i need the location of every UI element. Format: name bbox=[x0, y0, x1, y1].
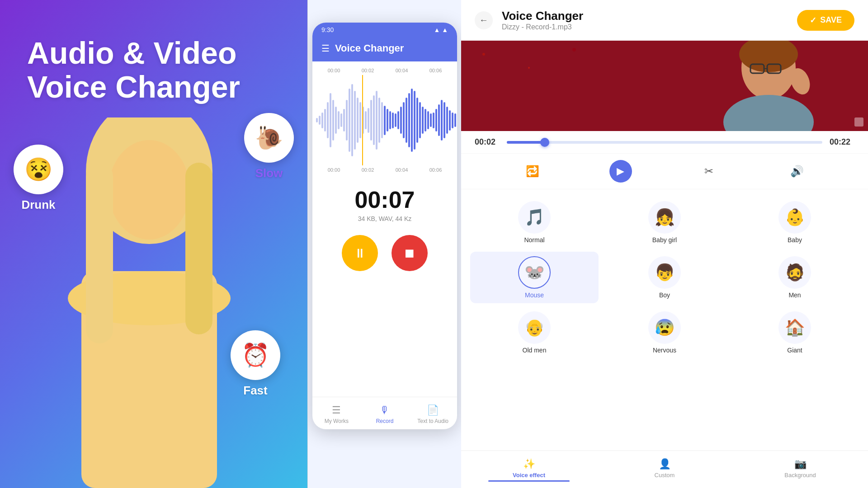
wave-bar bbox=[368, 108, 369, 133]
cut-button[interactable]: ✂ bbox=[698, 160, 720, 183]
wave-bar bbox=[384, 106, 386, 135]
drunk-label: Drunk bbox=[21, 198, 55, 212]
custom-icon: 👤 bbox=[659, 458, 671, 470]
custom-label: Custom bbox=[655, 472, 675, 479]
panel-title-group: Voice Changer Dizzy - Record-1.mp3 bbox=[502, 9, 788, 31]
boy-label: Boy bbox=[659, 291, 670, 299]
nav-my-works[interactable]: ☰ My Works bbox=[312, 402, 361, 427]
wave-bar bbox=[433, 113, 434, 128]
play-button[interactable]: ▶ bbox=[609, 160, 632, 183]
fast-icon: ⏰ bbox=[231, 330, 280, 380]
wave-bar bbox=[370, 100, 372, 141]
pause-button[interactable]: ⏸ bbox=[342, 235, 378, 271]
phone-container: 9:30 ▲ ▲ ☰ Voice Changer 00:00 00:02 00:… bbox=[307, 0, 461, 488]
baby-girl-label: Baby girl bbox=[652, 236, 677, 244]
progress-thumb[interactable] bbox=[540, 138, 549, 147]
loop-button[interactable]: 🔁 bbox=[521, 160, 544, 183]
effect-item-old-men[interactable]: 👴Old men bbox=[470, 307, 599, 358]
wave-bar bbox=[324, 109, 326, 131]
tab-underline-voice bbox=[488, 480, 570, 482]
status-time: 9:30 bbox=[321, 26, 334, 33]
giant-icon: 🏠 bbox=[778, 311, 811, 344]
progress-row: 00:02 00:22 bbox=[461, 131, 868, 154]
voice-effect-icon: ✨ bbox=[523, 458, 535, 470]
back-button[interactable]: ← bbox=[475, 11, 493, 29]
tab-voice-effect[interactable]: ✨ Voice effect bbox=[461, 455, 597, 484]
wave-bar bbox=[349, 89, 350, 152]
text-to-audio-icon: 📄 bbox=[427, 404, 439, 416]
phone-header-title: Voice Changer bbox=[335, 42, 404, 54]
effect-item-baby[interactable]: 👶Baby bbox=[731, 197, 859, 248]
waveform-canvas[interactable] bbox=[312, 75, 457, 165]
wave-bar bbox=[406, 98, 407, 143]
wave-bar bbox=[332, 100, 334, 141]
wave-bar bbox=[340, 113, 342, 127]
nervous-icon: 😰 bbox=[648, 311, 681, 344]
left-section: Audio & Video Voice Changer 😵 Drunk 🐌 Sl… bbox=[0, 0, 307, 488]
wave-bar bbox=[430, 113, 432, 127]
app-headline: Audio & Video Voice Changer bbox=[27, 36, 240, 104]
effect-item-mouse[interactable]: 🐭Mouse bbox=[470, 252, 599, 303]
wave-bar bbox=[316, 118, 318, 122]
background-icon: 📷 bbox=[794, 458, 807, 470]
time-ruler-bottom: 00:00 00:02 00:04 00:06 bbox=[312, 165, 457, 174]
save-button[interactable]: ✓ SAVE bbox=[797, 10, 854, 31]
effect-item-normal[interactable]: 🎵Normal bbox=[470, 197, 599, 248]
wave-bar bbox=[392, 113, 394, 128]
effect-item-baby-girl[interactable]: 👧Baby girl bbox=[600, 197, 729, 248]
playback-controls: ⏸ ⏹ bbox=[312, 228, 457, 278]
progress-track[interactable] bbox=[507, 141, 822, 144]
wave-bar bbox=[373, 95, 375, 145]
wave-bar bbox=[346, 100, 348, 141]
effect-item-men[interactable]: 🧔Men bbox=[731, 252, 859, 303]
slow-label: Slow bbox=[255, 166, 283, 180]
wave-bar bbox=[365, 111, 367, 129]
wave-bar bbox=[454, 113, 456, 127]
wave-bar bbox=[438, 104, 440, 136]
wave-bar bbox=[395, 113, 396, 127]
file-info: 34 KB, WAV, 44 Kz bbox=[312, 215, 457, 228]
tab-background[interactable]: 📷 Background bbox=[732, 455, 868, 484]
effect-badge-slow[interactable]: 🐌 Slow bbox=[244, 113, 294, 180]
person-image bbox=[45, 117, 253, 488]
tab-custom[interactable]: 👤 Custom bbox=[597, 455, 732, 484]
wave-bar bbox=[397, 111, 399, 129]
wave-bar bbox=[427, 111, 429, 129]
wave-bar bbox=[359, 102, 361, 138]
wave-bar bbox=[378, 98, 380, 143]
volume-button[interactable]: 🔊 bbox=[786, 160, 808, 183]
wave-bar bbox=[452, 113, 453, 128]
voice-effect-label: Voice effect bbox=[513, 472, 545, 479]
status-bar: 9:30 ▲ ▲ bbox=[312, 23, 457, 37]
svg-rect-5 bbox=[185, 163, 212, 334]
effect-item-boy[interactable]: 👦Boy bbox=[600, 252, 729, 303]
svg-point-1 bbox=[108, 140, 190, 239]
right-panel: ← Voice Changer Dizzy - Record-1.mp3 ✓ S… bbox=[461, 0, 868, 488]
bottom-nav: ☰ My Works 🎙 Record 📄 Text to Audio bbox=[312, 397, 457, 429]
my-works-label: My Works bbox=[325, 418, 349, 424]
nav-text-to-audio[interactable]: 📄 Text to Audio bbox=[409, 402, 457, 427]
wave-bar bbox=[435, 109, 437, 131]
menu-icon[interactable]: ☰ bbox=[321, 43, 330, 54]
signal-icon: ▲ ▲ bbox=[434, 26, 448, 33]
svg-point-9 bbox=[572, 48, 576, 52]
recording-time: 00:07 bbox=[312, 179, 457, 215]
record-label: Record bbox=[376, 418, 394, 424]
stop-button[interactable]: ⏹ bbox=[392, 235, 428, 271]
old-men-icon: 👴 bbox=[518, 311, 551, 344]
wave-bar bbox=[327, 102, 329, 138]
normal-icon: 🎵 bbox=[518, 201, 551, 234]
panel-header: ← Voice Changer Dizzy - Record-1.mp3 ✓ S… bbox=[461, 0, 868, 41]
my-works-icon: ☰ bbox=[332, 404, 341, 416]
waveform-bars-top bbox=[312, 75, 457, 165]
wave-bar bbox=[351, 84, 353, 156]
effect-badge-drunk[interactable]: 😵 Drunk bbox=[14, 145, 63, 212]
nav-record[interactable]: 🎙 Record bbox=[361, 402, 409, 427]
effect-item-giant[interactable]: 🏠Giant bbox=[731, 307, 859, 358]
effect-badge-fast[interactable]: ⏰ Fast bbox=[231, 330, 280, 398]
effect-item-nervous[interactable]: 😰Nervous bbox=[600, 307, 729, 358]
wave-bar bbox=[446, 107, 448, 134]
svg-point-7 bbox=[482, 53, 485, 56]
baby-icon: 👶 bbox=[778, 201, 811, 234]
wave-bar bbox=[411, 89, 413, 152]
